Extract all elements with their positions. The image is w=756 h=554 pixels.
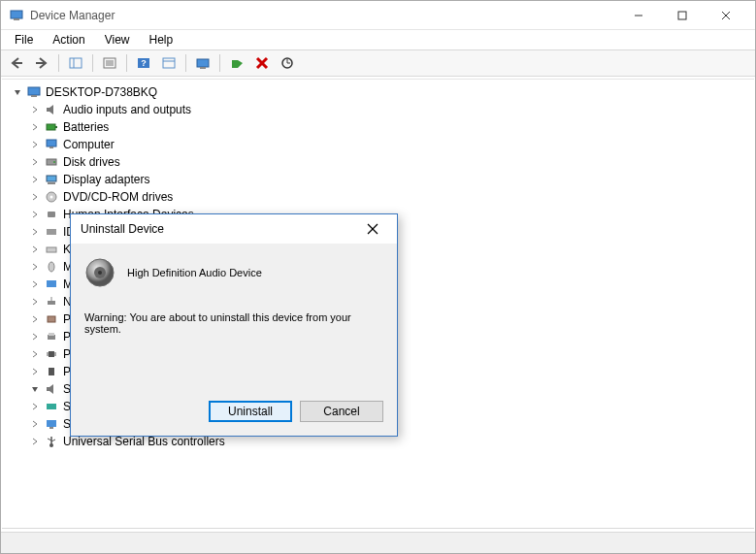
properties-button[interactable] xyxy=(98,52,121,74)
network-icon xyxy=(44,294,59,310)
chevron-right-icon[interactable] xyxy=(29,331,41,342)
chevron-down-icon[interactable] xyxy=(12,86,23,98)
chevron-right-icon[interactable] xyxy=(29,401,41,412)
chevron-right-icon[interactable] xyxy=(29,313,41,325)
chevron-right-icon[interactable] xyxy=(29,104,41,115)
svg-rect-51 xyxy=(47,420,56,427)
chevron-right-icon[interactable] xyxy=(29,366,41,377)
menu-view[interactable]: View xyxy=(95,31,140,49)
maximize-button[interactable] xyxy=(660,1,704,30)
chevron-right-icon[interactable] xyxy=(29,296,41,308)
computer-icon xyxy=(26,84,42,100)
keyboard-icon xyxy=(44,242,59,257)
menu-help[interactable]: Help xyxy=(140,31,183,49)
window-title: Device Manager xyxy=(30,9,616,22)
svg-rect-25 xyxy=(31,95,37,97)
svg-point-39 xyxy=(49,262,54,272)
svg-rect-18 xyxy=(197,59,209,67)
processor-icon xyxy=(44,346,59,362)
close-button[interactable] xyxy=(704,1,747,30)
cancel-button[interactable]: Cancel xyxy=(300,401,383,422)
chevron-right-icon[interactable] xyxy=(29,156,41,168)
svg-rect-46 xyxy=(49,351,54,357)
status-bar xyxy=(1,532,755,553)
mouse-icon xyxy=(44,259,59,275)
uninstall-button[interactable]: Uninstall xyxy=(209,401,292,422)
tree-item-computer[interactable]: Computer xyxy=(10,136,746,153)
chevron-right-icon[interactable] xyxy=(29,278,41,290)
menubar: File Action View Help xyxy=(1,30,755,49)
svg-rect-32 xyxy=(47,176,56,181)
svg-rect-19 xyxy=(200,67,206,69)
audio-device-icon xyxy=(84,257,115,288)
chevron-down-icon[interactable] xyxy=(29,383,41,395)
uninstall-device-icon[interactable] xyxy=(250,52,274,74)
tree-item-label: Audio inputs and outputs xyxy=(63,103,191,116)
ide-icon xyxy=(44,224,59,240)
dialog-close-button[interactable] xyxy=(358,214,387,244)
forward-button[interactable] xyxy=(30,52,53,74)
tree-root[interactable]: DESKTOP-D738BKQ xyxy=(10,83,746,101)
svg-text:?: ? xyxy=(141,58,147,68)
hid-icon xyxy=(44,207,59,222)
svg-rect-8 xyxy=(70,58,82,68)
svg-rect-38 xyxy=(47,247,56,252)
system-icon xyxy=(44,416,59,432)
minimize-button[interactable] xyxy=(616,1,660,30)
tree-item-display[interactable]: Display adapters xyxy=(10,171,746,188)
svg-rect-33 xyxy=(48,182,55,184)
chevron-right-icon[interactable] xyxy=(29,121,41,133)
scan-hardware-button[interactable] xyxy=(276,52,299,74)
usb-icon xyxy=(44,434,59,449)
battery-icon xyxy=(44,119,59,135)
chevron-right-icon[interactable] xyxy=(29,418,41,430)
tree-item-dvd[interactable]: DVD/CD-ROM drives xyxy=(10,188,746,206)
dialog-warning-text: Warning: You are about to uninstall this… xyxy=(84,311,383,335)
chevron-right-icon[interactable] xyxy=(29,139,41,150)
speaker-icon xyxy=(44,381,59,397)
back-button[interactable] xyxy=(5,52,28,74)
menu-file[interactable]: File xyxy=(5,31,43,49)
update-driver-button[interactable] xyxy=(191,52,214,74)
svg-rect-27 xyxy=(55,126,57,128)
tree-item-label: Display adapters xyxy=(63,173,149,186)
show-hide-button[interactable] xyxy=(64,52,87,74)
tree-item-label: Disk drives xyxy=(63,155,120,169)
svg-rect-26 xyxy=(47,124,55,130)
dialog-device-name: High Definition Audio Device xyxy=(127,267,262,278)
tree-item-batteries[interactable]: Batteries xyxy=(10,118,746,136)
svg-rect-16 xyxy=(163,58,175,68)
help-button[interactable]: ? xyxy=(132,52,155,74)
tree-item-label: DVD/CD-ROM drives xyxy=(63,190,173,204)
tree-item-disk[interactable]: Disk drives xyxy=(10,153,746,171)
svg-rect-43 xyxy=(48,316,55,322)
tree-item-audio[interactable]: Audio inputs and outputs xyxy=(10,101,746,118)
tree-root-label: DESKTOP-D738BKQ xyxy=(46,85,157,99)
chevron-right-icon[interactable] xyxy=(29,174,41,185)
menu-action[interactable]: Action xyxy=(43,31,94,49)
svg-rect-50 xyxy=(47,404,56,409)
chevron-right-icon[interactable] xyxy=(29,244,41,255)
chevron-right-icon[interactable] xyxy=(29,226,41,238)
port-icon xyxy=(44,311,59,327)
svg-rect-1 xyxy=(14,18,19,20)
chevron-right-icon[interactable] xyxy=(29,436,41,447)
svg-rect-28 xyxy=(47,140,56,147)
toolbar: ? xyxy=(1,49,755,77)
properties2-button[interactable] xyxy=(157,52,181,74)
svg-rect-36 xyxy=(48,212,55,217)
svg-rect-45 xyxy=(49,333,54,336)
chevron-right-icon[interactable] xyxy=(29,261,41,273)
titlebar: Device Manager xyxy=(1,1,755,30)
tree-item-label: Universal Serial Bus controllers xyxy=(63,435,225,448)
uninstall-dialog: Uninstall Device High Definition Audio D… xyxy=(70,213,398,437)
dialog-titlebar: Uninstall Device xyxy=(71,214,397,244)
chevron-right-icon[interactable] xyxy=(29,191,41,203)
app-icon xyxy=(9,8,24,23)
enable-device-button[interactable] xyxy=(225,52,248,74)
chevron-right-icon[interactable] xyxy=(29,348,41,360)
svg-point-35 xyxy=(50,196,53,199)
svg-rect-0 xyxy=(11,11,22,18)
disk-icon xyxy=(44,154,59,170)
chevron-right-icon[interactable] xyxy=(29,209,41,220)
